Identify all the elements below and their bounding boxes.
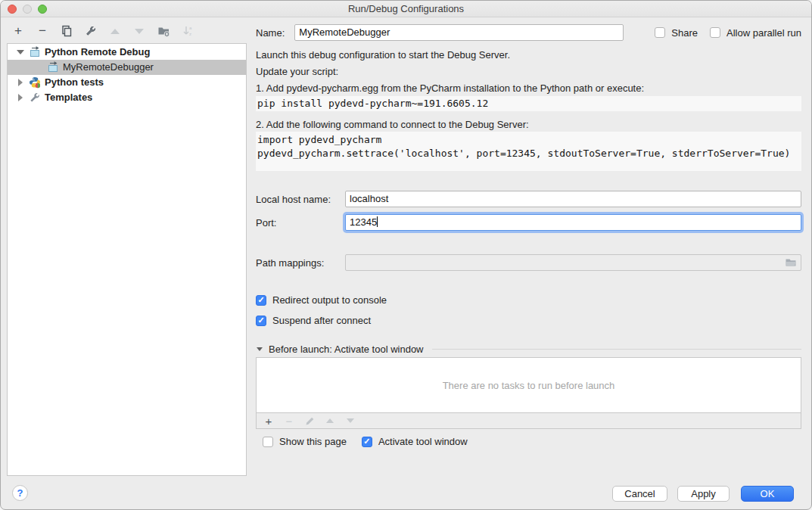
instruction-step-1: 1. Add pydevd-pycharm.egg from the PyCha…: [256, 82, 644, 94]
add-configuration-icon[interactable]: +: [11, 24, 25, 38]
zoom-button[interactable]: [38, 5, 47, 14]
share-checkbox[interactable]: [655, 27, 665, 38]
instruction-step-2: 2. Add the following command to connect …: [256, 119, 529, 130]
window-title: Run/Debug Configurations: [1, 1, 811, 17]
browse-folder-icon[interactable]: [785, 257, 797, 268]
suspend-after-connect-checkbox[interactable]: [256, 316, 266, 326]
share-label: Share: [671, 27, 698, 39]
tree-item-label: Python tests: [45, 75, 104, 90]
port-input[interactable]: 12345: [345, 214, 801, 231]
run-config-icon: [29, 46, 41, 58]
tree-item-label: Python Remote Debug: [45, 45, 150, 60]
move-task-up-icon: [325, 415, 335, 426]
wrench-icon: [29, 92, 41, 104]
local-host-name-label: Local host name:: [256, 194, 345, 205]
name-label: Name:: [256, 27, 285, 39]
copy-configuration-icon[interactable]: [60, 24, 73, 38]
tree-item-label: MyRemoteDebugger: [63, 60, 154, 75]
configurations-toolbar: + − az: [11, 22, 194, 40]
before-launch-toolbar: + −: [256, 413, 801, 429]
sort-alphabetically-icon: az: [181, 24, 194, 38]
move-task-down-icon: [345, 415, 356, 426]
no-tasks-message: There are no tasks to run before launch: [443, 380, 615, 391]
svg-text:z: z: [189, 32, 191, 36]
allow-parallel-run-checkbox[interactable]: [710, 27, 720, 38]
tree-item-templates[interactable]: Templates: [8, 90, 246, 105]
before-launch-separator: [432, 349, 801, 350]
run-config-icon: [47, 61, 59, 73]
port-label: Port:: [256, 217, 345, 229]
ok-button[interactable]: OK: [741, 486, 794, 502]
redirect-output-checkbox[interactable]: [256, 295, 266, 306]
apply-button[interactable]: Apply: [677, 486, 730, 502]
before-launch-task-list[interactable]: There are no tasks to run before launch: [256, 357, 801, 413]
traffic-lights: [8, 5, 47, 14]
tree-item-python-remote-debug[interactable]: Python Remote Debug: [8, 45, 246, 60]
remove-configuration-icon[interactable]: −: [36, 24, 49, 38]
before-launch-title: Before launch: Activate tool window: [269, 344, 424, 355]
allow-parallel-run-label: Allow parallel run: [726, 27, 801, 39]
suspend-after-connect-label: Suspend after connect: [272, 315, 371, 326]
configurations-tree: Python Remote Debug MyRemoteDebugger: [7, 43, 247, 476]
path-mappings-label: Path mappings:: [256, 257, 345, 269]
help-button[interactable]: ?: [12, 485, 28, 501]
expand-arrow-icon[interactable]: [15, 79, 26, 86]
add-task-icon[interactable]: +: [263, 415, 274, 426]
run-debug-configurations-dialog: Run/Debug Configurations + − az: [0, 0, 812, 510]
settrace-code-block: import pydevd_pycharm pydevd_pycharm.set…: [256, 132, 801, 171]
remove-task-icon: −: [284, 415, 294, 426]
expand-arrow-icon[interactable]: [15, 94, 26, 101]
instruction-line-1: Launch this debug configuration to start…: [256, 49, 510, 61]
show-this-page-label: Show this page: [279, 436, 347, 447]
titlebar[interactable]: Run/Debug Configurations: [1, 1, 811, 17]
text-caret: [377, 216, 378, 227]
tree-item-python-tests[interactable]: Python tests: [8, 75, 246, 90]
redirect-output-label: Redirect output to console: [272, 294, 387, 306]
move-up-icon: [108, 24, 122, 38]
pip-install-code: pip install pydevd-pycharm~=191.6605.12: [256, 96, 801, 111]
settrace-code-line-2: pydevd_pycharm.settrace('localhost', por…: [257, 147, 801, 160]
cancel-button[interactable]: Cancel: [612, 486, 667, 502]
before-launch-collapse-icon[interactable]: [256, 347, 263, 351]
python-tests-icon: [29, 76, 41, 89]
collapse-arrow-icon[interactable]: [15, 50, 26, 54]
activate-tool-window-label: Activate tool window: [378, 436, 468, 447]
instruction-line-2: Update your script:: [256, 66, 338, 77]
close-button[interactable]: [8, 5, 17, 14]
settrace-code-line-1: import pydevd_pycharm: [257, 133, 801, 147]
activate-tool-window-checkbox[interactable]: [362, 437, 372, 447]
svg-text:a: a: [189, 26, 192, 30]
tree-item-label: Templates: [45, 90, 92, 105]
minimize-button: [23, 5, 32, 14]
name-input[interactable]: MyRemoteDebugger: [294, 24, 624, 41]
move-down-icon: [132, 24, 146, 38]
show-this-page-checkbox[interactable]: [263, 437, 273, 447]
new-folder-icon[interactable]: [157, 24, 170, 38]
edit-defaults-wrench-icon[interactable]: [84, 24, 98, 38]
path-mappings-input[interactable]: [345, 254, 801, 271]
tree-item-myremotedebugger[interactable]: MyRemoteDebugger: [8, 60, 246, 75]
local-host-name-input[interactable]: localhost: [345, 191, 801, 207]
edit-task-pencil-icon: [304, 415, 315, 426]
